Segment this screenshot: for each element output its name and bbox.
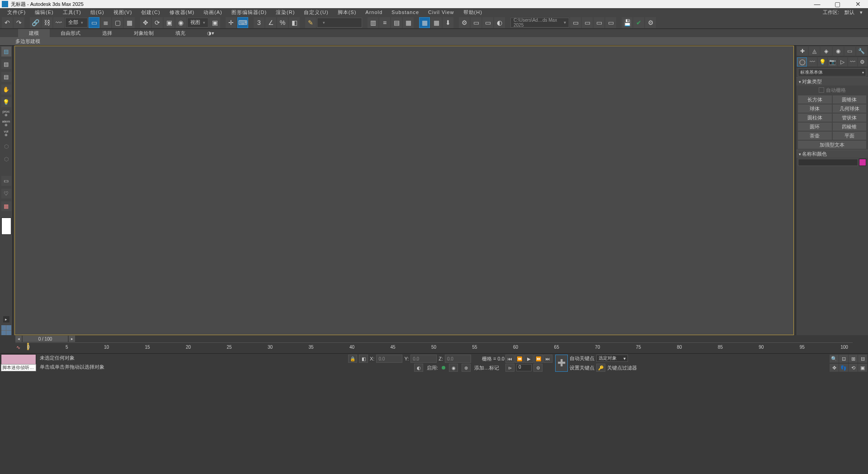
close-button[interactable]: ✕ [848, 0, 868, 8]
btn-sphere[interactable]: 球体 [798, 104, 832, 113]
time-slider-thumb[interactable]: 0 / 100 [23, 336, 68, 342]
btn-plane[interactable]: 平面 [833, 132, 867, 140]
key-mode-icon[interactable]: ⊳ [505, 364, 514, 372]
menu-group[interactable]: 组(G) [86, 9, 109, 16]
maxscript-listener-input[interactable]: 脚本迷你侦听… [1, 364, 36, 371]
menu-customize[interactable]: 自定义(U) [299, 9, 333, 16]
viewport-expand-icon[interactable]: ▸ [3, 316, 9, 322]
mini-curve-editor-icon[interactable]: ∿ [16, 345, 24, 351]
rollout-name-color[interactable]: 名称和颜色 [796, 150, 868, 158]
tab-modeling[interactable]: 建模 [18, 29, 50, 37]
cameras-cat-icon[interactable]: 📷 [828, 57, 837, 66]
hand-icon[interactable]: ✋ [1, 85, 11, 95]
shapes-cat-icon[interactable]: 〰 [808, 57, 817, 66]
btn-teapot[interactable]: 茶壶 [798, 132, 832, 140]
undo-button[interactable]: ↶ [2, 17, 13, 28]
menu-graph-editors[interactable]: 图形编辑器(D) [227, 9, 271, 16]
menu-file[interactable]: 文件(F) [3, 9, 30, 16]
btn-textplus[interactable]: 加强型文本 [798, 141, 866, 149]
vol-icon[interactable]: vol⊕ [4, 130, 8, 137]
rollout-object-type[interactable]: 对象类型 [796, 77, 868, 85]
settings-icon[interactable]: ⚙ [645, 17, 656, 28]
workspace-value[interactable]: 默认 [842, 9, 857, 16]
select-by-name-button[interactable]: ≣ [100, 17, 111, 28]
x-coord-input[interactable]: 0.0 [376, 355, 402, 363]
snap-toggle-button[interactable]: 3 [254, 17, 264, 28]
zoom-extents-all-icon[interactable]: ⊟ [858, 355, 867, 363]
menu-help[interactable]: 帮助(H) [459, 9, 487, 16]
menu-view[interactable]: 视图(V) [109, 9, 137, 16]
menu-edit[interactable]: 编辑(E) [30, 9, 58, 16]
named-selection-dropdown[interactable] [317, 18, 362, 28]
redo-button[interactable]: ↷ [14, 17, 24, 28]
create-tab-icon[interactable]: ✚ [797, 47, 808, 56]
menu-tools[interactable]: 工具(T) [58, 9, 86, 16]
tab-object-paint[interactable]: 对象绘制 [123, 29, 165, 37]
ribbon-toggle-icon[interactable]: ◑▾ [196, 29, 225, 37]
category-dropdown[interactable]: 标准基本体 [798, 68, 866, 76]
align-button[interactable]: ≡ [379, 17, 390, 28]
autokey-label[interactable]: 自动关键点 [570, 355, 594, 362]
display-tab-icon[interactable]: ▭ [844, 47, 855, 56]
setkey-label[interactable]: 设置关键点 [570, 365, 594, 371]
project-copy-button[interactable]: ▭ [594, 17, 604, 28]
ref-coord-dropdown[interactable]: 视图 [187, 18, 208, 28]
select-region-rect-button[interactable]: ▢ [112, 17, 123, 28]
link-button[interactable]: 🔗 [30, 17, 41, 28]
workspace-dropdown-icon[interactable]: ▾ [857, 9, 865, 15]
time-slider-prev[interactable]: ◂ [15, 336, 22, 342]
menu-modifiers[interactable]: 修改器(M) [165, 9, 199, 16]
modify-tab-icon[interactable]: ◬ [809, 47, 820, 56]
project-path-display[interactable]: C:\Users\Ad…ds Max 2025 [510, 18, 569, 28]
prev-frame-button[interactable]: ⏪ [515, 355, 524, 363]
timeline[interactable]: ∿ 05101520253035404550556065707580859095… [15, 342, 853, 353]
misc-icon-2[interactable]: ⬡ [1, 154, 11, 164]
object-color-swatch[interactable] [859, 159, 866, 166]
select-place-button[interactable]: ◉ [175, 17, 186, 28]
absolute-transform-icon[interactable]: ◧ [359, 355, 368, 363]
set-key-button[interactable]: ✚ [555, 355, 568, 372]
time-slider-next[interactable]: ▸ [69, 336, 75, 342]
btn-cylinder[interactable]: 圆柱体 [798, 114, 832, 122]
btn-geosphere[interactable]: 几何球体 [833, 104, 867, 113]
project-open-button[interactable]: ▭ [605, 17, 616, 28]
next-frame-button[interactable]: ⏩ [534, 355, 543, 363]
material-editor-button[interactable]: ⬇ [443, 17, 453, 28]
time-config-button[interactable]: ⚙ [533, 364, 542, 372]
save-button[interactable]: 💾 [622, 17, 632, 28]
key-filters-icon[interactable]: 🔑 [596, 364, 605, 372]
menu-civil-view[interactable]: Civil View [424, 9, 458, 15]
maximize-button[interactable]: ▢ [827, 0, 848, 8]
container-icon[interactable]: ▭ [1, 176, 11, 186]
zoom-extents-icon[interactable]: ⊞ [849, 355, 858, 363]
isolate-icon[interactable]: ◐ [414, 364, 423, 372]
goto-start-button[interactable]: ⏮ [505, 355, 514, 363]
ribbon-panel-polymodeling[interactable]: 多边形建模 [15, 38, 40, 45]
pivot-center-button[interactable]: ▣ [209, 17, 220, 28]
edit-named-sel-button[interactable]: ✎ [305, 17, 316, 28]
utilities-tab-icon[interactable]: 🔧 [856, 47, 867, 56]
z-coord-input[interactable]: 0.0 [445, 355, 471, 363]
render-iterative-button[interactable]: ◐ [494, 17, 505, 28]
zoom-all-icon[interactable]: ⊡ [839, 355, 848, 363]
btn-pyramid[interactable]: 四棱锥 [833, 123, 867, 131]
geometry-cat-icon[interactable]: ◯ [797, 57, 807, 66]
tab-populate[interactable]: 填充 [165, 29, 196, 37]
systems-cat-icon[interactable]: ⚙ [858, 57, 867, 66]
angle-snap-button[interactable]: ∠ [265, 17, 276, 28]
add-marker-label[interactable]: 添加…标记 [474, 365, 499, 371]
hierarchy-tab-icon[interactable]: ◈ [821, 47, 831, 56]
select-rotate-button[interactable]: ⟳ [152, 17, 163, 28]
project-add-button[interactable]: ▭ [582, 17, 593, 28]
render-setup-button[interactable]: ⚙ [459, 17, 470, 28]
spinner-snap-button[interactable]: ◧ [289, 17, 300, 28]
btn-box[interactable]: 长方体 [798, 95, 832, 104]
crease-icon[interactable]: ▤ [1, 72, 11, 82]
viewport[interactable] [14, 46, 794, 335]
tab-freeform[interactable]: 自由形式 [50, 29, 91, 37]
maximize-viewport-icon[interactable]: ▣ [858, 364, 867, 372]
layer-explorer-button[interactable]: ▤ [391, 17, 402, 28]
lock-selection-icon[interactable]: 🔒 [348, 355, 357, 363]
alem-icon[interactable]: alem⊕ [2, 120, 10, 127]
object-name-input[interactable] [798, 159, 858, 166]
